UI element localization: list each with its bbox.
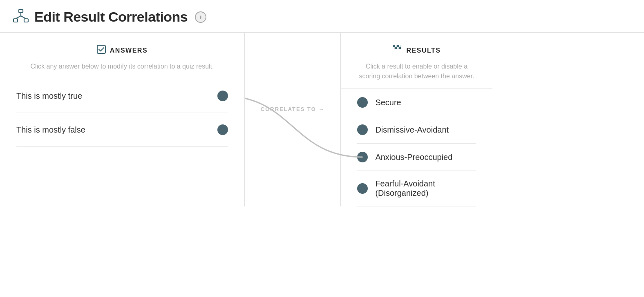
network-icon xyxy=(13,9,29,25)
svg-rect-1 xyxy=(13,19,18,22)
result-dot xyxy=(357,152,368,162)
svg-rect-0 xyxy=(19,9,23,13)
page-title: Edit Result Correlations xyxy=(34,9,188,25)
answer-dot xyxy=(217,91,228,101)
result-row[interactable]: Secure xyxy=(357,89,476,116)
svg-rect-12 xyxy=(395,47,397,49)
answer-text: This is mostly true xyxy=(16,91,82,101)
answer-row[interactable]: This is mostly false xyxy=(16,113,228,147)
result-text: Dismissive-Avoidant xyxy=(375,125,449,135)
page-container: Edit Result Correlations i ANSWERS Click… xyxy=(0,0,644,297)
result-row[interactable]: Anxious-Preoccupied xyxy=(357,144,476,171)
svg-rect-10 xyxy=(399,45,401,47)
correlates-middle: CORRELATES TO → xyxy=(245,33,341,206)
result-row[interactable]: Dismissive-Avoidant xyxy=(357,116,476,144)
result-row[interactable]: Fearful-Avoidant (Disorganized) xyxy=(357,171,476,206)
svg-line-4 xyxy=(16,16,21,19)
result-text: Fearful-Avoidant (Disorganized) xyxy=(375,179,476,198)
answers-panel: ANSWERS Click any answer below to modify… xyxy=(0,33,245,206)
result-dot xyxy=(357,124,368,135)
answers-list: This is mostly true This is mostly false xyxy=(16,79,228,147)
answer-dot xyxy=(217,124,228,135)
result-dot xyxy=(357,183,368,194)
answers-title: ANSWERS xyxy=(110,47,148,54)
main-content: ANSWERS Click any answer below to modify… xyxy=(0,33,644,206)
center-right: CORRELATES TO → xyxy=(245,33,644,206)
answers-panel-header: ANSWERS xyxy=(16,45,228,56)
results-panel-header: RESULTS xyxy=(357,45,476,56)
result-text: Anxious-Preoccupied xyxy=(375,153,452,162)
answer-row[interactable]: This is mostly true xyxy=(16,79,228,113)
header: Edit Result Correlations i xyxy=(0,0,644,33)
info-button[interactable]: i xyxy=(195,11,206,23)
results-panel: RESULTS Click a result to enable or disa… xyxy=(340,33,492,206)
svg-rect-2 xyxy=(24,19,28,22)
svg-rect-13 xyxy=(397,47,399,49)
checkbox-icon xyxy=(97,45,106,56)
svg-rect-8 xyxy=(395,45,397,47)
svg-rect-14 xyxy=(399,47,401,49)
results-title: RESULTS xyxy=(407,47,441,54)
results-list: Secure Dismissive-Avoidant Anxious-Preoc… xyxy=(357,89,476,206)
answers-subtitle: Click any answer below to modify its cor… xyxy=(16,62,228,71)
flag-icon xyxy=(393,45,402,56)
answer-text: This is mostly false xyxy=(16,125,85,135)
correlates-label: CORRELATES TO → xyxy=(261,106,325,112)
result-dot xyxy=(357,97,368,108)
svg-line-5 xyxy=(21,16,26,19)
result-text: Secure xyxy=(375,98,401,107)
results-subtitle: Click a result to enable or disable a sc… xyxy=(357,62,476,81)
svg-rect-9 xyxy=(397,45,399,47)
